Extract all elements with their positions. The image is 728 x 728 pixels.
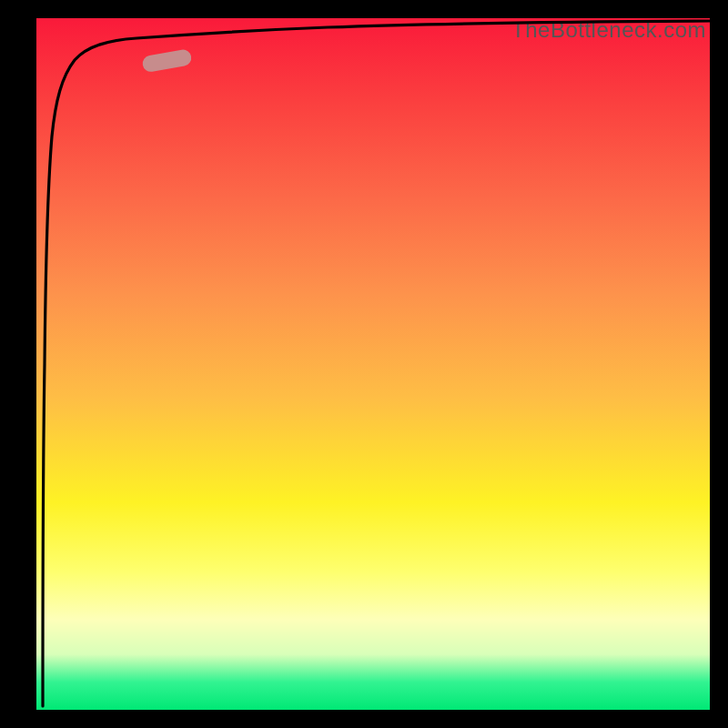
chart-container: { "watermark": "TheBottleneck.com", "cha… bbox=[0, 0, 728, 728]
data-curve bbox=[43, 21, 710, 706]
curve-overlay bbox=[0, 0, 728, 728]
curve-marker bbox=[141, 48, 192, 73]
